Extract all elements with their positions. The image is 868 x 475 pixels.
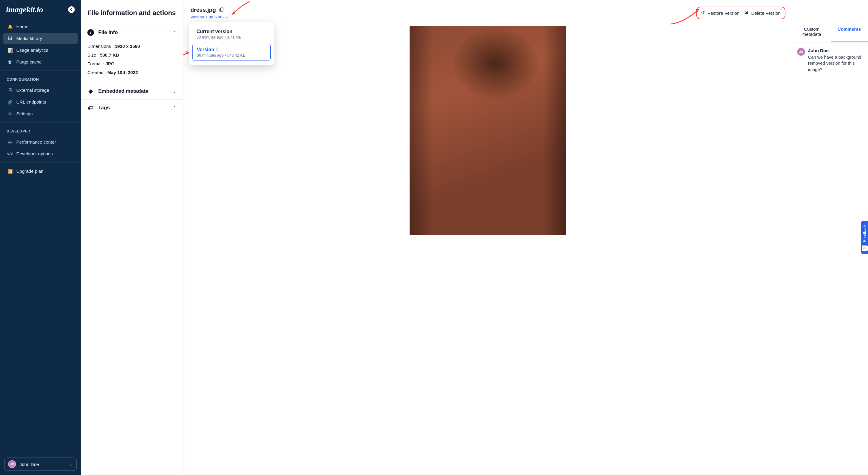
nav-group-configuration: CONFIGURATION 🗄 External storage 🔗 URL e…	[0, 70, 81, 122]
tab-comments[interactable]: Comments	[831, 21, 868, 42]
file-name: dress.jpg	[190, 7, 216, 13]
version-item-subtitle: 38 minutes ago • 3.71 MB	[196, 35, 267, 39]
nav-group-main: 🔔 Home 🖼 Media library 📊 Usage analytics…	[0, 18, 81, 70]
sidebar-nav: 🔔 Home 🖼 Media library 📊 Usage analytics…	[0, 18, 81, 453]
restore-version-button[interactable]: ↺ Restore Version	[701, 10, 740, 15]
version-item-v1[interactable]: Version 1 38 minutes ago • 543.42 KB	[192, 44, 271, 61]
image-icon: 🖼	[7, 36, 13, 41]
sidebar-footer: JD John Doe ⌄	[0, 453, 81, 475]
sidebar-item-label: Settings	[16, 111, 33, 116]
button-label: Restore Version	[707, 10, 740, 15]
version-label: Version 1 (fd2706)	[190, 15, 224, 19]
bell-icon: 🔔	[7, 24, 13, 29]
nav-group-upgrade: 📶 Upgrade plan	[0, 162, 81, 180]
chevron-down-icon: ⌄	[173, 89, 176, 94]
section-label: Embedded metadata	[98, 88, 168, 94]
version-item-title: Current version	[196, 29, 267, 34]
file-title-block: dress.jpg Version 1 (fd2706) ⌄	[190, 7, 691, 20]
chevron-up-icon: ⌃	[173, 105, 176, 110]
sidebar-item-performance-center[interactable]: ◎ Performance center	[3, 136, 78, 147]
sidebar-item-home[interactable]: 🔔 Home	[3, 21, 78, 32]
file-name-row: dress.jpg	[190, 7, 691, 13]
main-content: dress.jpg Version 1 (fd2706) ⌄ ↺ Restore…	[183, 0, 793, 475]
user-menu-button[interactable]: JD John Doe ⌄	[4, 457, 76, 471]
info-icon: i	[87, 29, 94, 36]
comment-item: JD John Doe Can we have a background rem…	[797, 48, 864, 72]
sidebar-item-label: Usage analytics	[16, 47, 48, 53]
target-icon: ◎	[7, 140, 13, 144]
version-item-title: Version 1	[197, 47, 266, 53]
comment-body: John Doe Can we have a background remove…	[808, 48, 864, 72]
feedback-tab-button[interactable]: Feedback ☺	[861, 221, 868, 254]
section-label: File info	[98, 30, 168, 36]
sidebar-item-media-library[interactable]: 🖼 Media library	[3, 33, 78, 44]
avatar: JD	[797, 48, 805, 56]
delete-version-button[interactable]: ✖ Delete Version	[745, 10, 781, 15]
panel-title: File information and actions	[81, 0, 183, 24]
brand-logo: imagekit.io	[6, 5, 43, 14]
kv-dimensions: Dimensions : 1920 x 2560	[87, 42, 176, 50]
sidebar-item-label: Performance center	[16, 139, 56, 144]
workspace: File information and actions i File info…	[81, 0, 868, 475]
kv-size: Size : 530.7 KB	[87, 50, 176, 59]
sidebar-item-upgrade-plan[interactable]: 📶 Upgrade plan	[3, 166, 78, 177]
nav-group-developer: DEVELOPER ◎ Performance center </> Devel…	[0, 122, 81, 162]
feedback-label: Feedback	[862, 225, 867, 242]
storage-icon: 🗄	[7, 88, 13, 93]
nav-heading-developer: DEVELOPER	[0, 125, 81, 136]
sidebar-item-external-storage[interactable]: 🗄 External storage	[3, 84, 78, 96]
metadata-icon: ◆	[87, 88, 94, 95]
version-item-subtitle: 38 minutes ago • 543.42 KB	[197, 53, 266, 58]
image-preview[interactable]	[410, 26, 566, 235]
svg-rect-1	[221, 8, 223, 11]
version-actions-highlight: ↺ Restore Version ✖ Delete Version	[696, 7, 785, 19]
section-tags-header[interactable]: 🏷 Tags ⌃	[81, 99, 183, 116]
sidebar-item-developer-options[interactable]: </> Developer options	[3, 148, 78, 159]
gear-icon: ⚙	[7, 111, 13, 116]
image-preview-area	[183, 23, 793, 475]
chevron-down-icon: ⌄	[225, 14, 229, 19]
sidebar-header: imagekit.io	[0, 0, 81, 18]
sidebar-item-label: Home	[16, 24, 28, 29]
tab-custom-metadata[interactable]: Custom metadata	[793, 21, 831, 42]
smiley-icon: ☺	[862, 246, 868, 251]
comments-list: JD John Doe Can we have a background rem…	[793, 42, 868, 78]
comment-text: Can we have a background removed version…	[808, 54, 864, 72]
section-file-info-body: Dimensions : 1920 x 2560 Size : 530.7 KB…	[81, 41, 183, 83]
sidebar: imagekit.io 🔔 Home 🖼 Media library 📊 Usa…	[0, 0, 81, 475]
kv-created: Created : May 10th 2022	[87, 68, 176, 77]
link-icon: 🔗	[7, 100, 13, 104]
section-label: Tags	[98, 105, 168, 111]
sidebar-item-label: Upgrade plan	[16, 169, 43, 174]
file-topbar: dress.jpg Version 1 (fd2706) ⌄ ↺ Restore…	[183, 0, 793, 23]
chart-icon: 📊	[7, 48, 13, 53]
sidebar-item-label: URL endpoints	[16, 99, 46, 104]
button-label: Delete Version	[751, 10, 781, 15]
right-panel: Custom metadata Comments JD John Doe Can…	[793, 21, 868, 475]
version-dropdown: Current version 38 minutes ago • 3.71 MB…	[189, 22, 274, 65]
kv-format: Format : JPG	[87, 59, 176, 68]
sidebar-item-label: External storage	[16, 88, 49, 93]
chevron-up-icon: ⌃	[173, 30, 176, 35]
tag-icon: 🏷	[87, 104, 94, 111]
sidebar-item-usage-analytics[interactable]: 📊 Usage analytics	[3, 44, 78, 56]
version-item-current[interactable]: Current version 38 minutes ago • 3.71 MB	[192, 26, 271, 42]
sidebar-item-label: Purge cache	[16, 59, 41, 64]
right-panel-tabs: Custom metadata Comments	[793, 21, 868, 42]
arrow-left-icon	[70, 8, 73, 11]
copy-icon[interactable]	[219, 7, 224, 12]
nav-heading-configuration: CONFIGURATION	[0, 73, 81, 84]
user-name: John Doe	[20, 462, 65, 467]
sidebar-item-url-endpoints[interactable]: 🔗 URL endpoints	[3, 96, 78, 107]
sidebar-item-settings[interactable]: ⚙ Settings	[3, 108, 78, 119]
collapse-sidebar-button[interactable]	[68, 6, 75, 13]
trash-icon: 🗑	[7, 60, 13, 64]
sidebar-item-label: Media library	[16, 36, 42, 41]
section-embedded-metadata-header[interactable]: ◆ Embedded metadata ⌄	[81, 83, 183, 99]
sidebar-item-label: Developer options	[16, 151, 53, 156]
version-selector[interactable]: Version 1 (fd2706) ⌄	[190, 14, 229, 19]
avatar: JD	[8, 460, 16, 468]
wifi-icon: 📶	[7, 169, 13, 174]
sidebar-item-purge-cache[interactable]: 🗑 Purge cache	[3, 56, 78, 67]
section-file-info-header[interactable]: i File info ⌃	[81, 24, 183, 41]
